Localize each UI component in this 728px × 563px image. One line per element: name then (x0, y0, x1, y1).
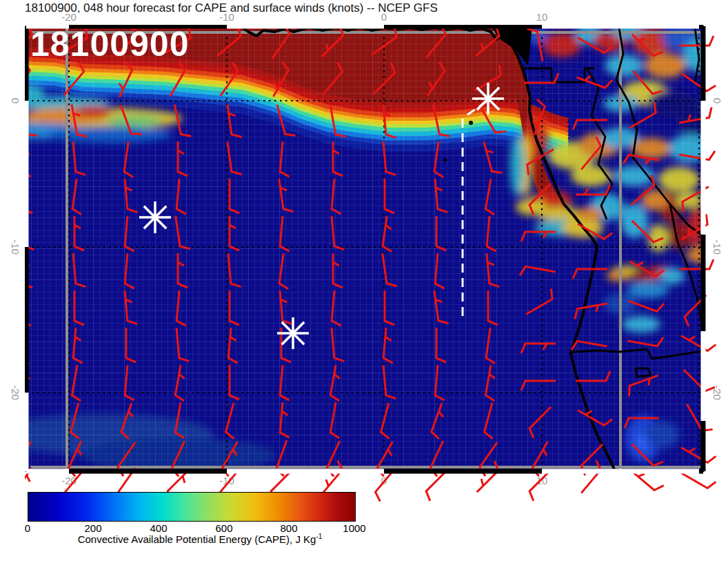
axis-tick-label: 10 (536, 11, 548, 23)
axis-tick-label: -20 (10, 385, 21, 400)
axis-tick-label: -10 (219, 11, 234, 23)
axis-tick-label: 0 (381, 11, 387, 23)
asterisk-marker (277, 317, 309, 349)
axis-tick-label: -10 (10, 239, 21, 255)
forecast-plot-page: 18100900, 048 hour forecast for CAPE and… (0, 0, 728, 563)
axis-tick-label: 0 (10, 98, 21, 103)
wind-barb (423, 470, 454, 501)
map-init-time-label: 18100900 (30, 26, 189, 62)
cape-wind-map (25, 25, 728, 508)
asterisk-marker (472, 83, 504, 115)
cape-colorbar (28, 492, 356, 522)
caption-text: Convective Available Potential Energy (C… (78, 533, 316, 545)
colorbar-caption: Convective Available Potential Energy (C… (28, 533, 372, 545)
asterisk-marker (139, 201, 171, 233)
wind-barb (527, 470, 558, 501)
axis-tick-label: -20 (61, 11, 77, 23)
caption-exponent: -1 (316, 533, 322, 540)
